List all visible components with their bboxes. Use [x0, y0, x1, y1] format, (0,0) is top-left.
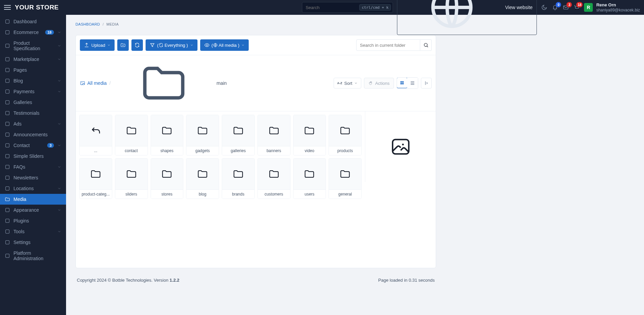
sidebar-item-settings[interactable]: Settings — [0, 237, 66, 248]
sidebar-item-contact[interactable]: Contact3 — [0, 140, 66, 151]
list-view-button[interactable] — [407, 78, 418, 89]
logo[interactable]: YOUR STORE — [15, 4, 59, 11]
sidebar-item-simple-sliders[interactable]: Simple Sliders — [0, 151, 66, 162]
folder-icon — [304, 168, 315, 180]
folder-item[interactable]: contact — [115, 115, 148, 155]
chevron-down-icon — [354, 81, 358, 85]
target-icon — [5, 121, 10, 127]
folder-item[interactable]: general — [329, 158, 362, 199]
sort-button[interactable]: A-Z Sort — [334, 78, 362, 89]
media-breadcrumb-current[interactable]: main — [113, 58, 226, 108]
folder-item[interactable]: banners — [257, 115, 290, 155]
grid-icon — [400, 80, 404, 85]
sidebar-item-ads[interactable]: Ads — [0, 118, 66, 129]
menu-toggle-icon[interactable] — [4, 4, 11, 11]
sidebar-item-blog[interactable]: Blog — [0, 75, 66, 86]
folder-item[interactable]: gadgets — [186, 115, 219, 155]
folder-item[interactable]: users — [293, 158, 326, 199]
folder-name: customers — [258, 189, 290, 199]
speaker-icon — [5, 132, 10, 137]
chevron-down-icon — [57, 208, 61, 212]
folder-plus-icon — [120, 42, 126, 48]
folder-back[interactable]: ... — [79, 115, 112, 155]
sidebar-item-locations[interactable]: Locations — [0, 183, 66, 194]
sidebar-item-ecommerce[interactable]: Ecommerce18 — [0, 27, 66, 38]
folder-item[interactable]: brands — [222, 158, 255, 199]
sidebar-item-plugins[interactable]: Plugins — [0, 215, 66, 226]
sidebar-item-payments[interactable]: Payments — [0, 86, 66, 97]
folder-item[interactable]: blog — [186, 158, 219, 199]
card-icon — [5, 89, 10, 94]
sidebar-item-product-specification[interactable]: Product Specification — [0, 38, 66, 54]
cart-icon[interactable]: 18 — [573, 4, 580, 11]
folder-item[interactable]: galleries — [222, 115, 255, 155]
sidebar-item-label: Appearance — [13, 207, 54, 213]
filter-icon — [150, 42, 155, 48]
actions-button: Actions — [364, 78, 394, 89]
breadcrumb-root[interactable]: DASHBOARD — [75, 22, 100, 26]
media-breadcrumb: All media / main — [80, 58, 227, 108]
folder-icon — [113, 58, 214, 108]
create-folder-button[interactable] — [117, 39, 129, 51]
home-icon — [5, 19, 10, 24]
folder-item[interactable]: product-categ... — [79, 158, 112, 199]
folder-item[interactable]: shapes — [151, 115, 184, 155]
sidebar-item-testimonials[interactable]: Testimonials — [0, 108, 66, 118]
user-icon — [5, 253, 10, 258]
folder-item[interactable]: customers — [257, 158, 290, 199]
sidebar-item-galleries[interactable]: Galleries — [0, 97, 66, 108]
sidebar-item-announcements[interactable]: Announcements — [0, 129, 66, 140]
sidebar-item-label: Announcements — [13, 132, 61, 137]
folder-item[interactable]: video — [293, 115, 326, 155]
gear-icon — [5, 240, 10, 245]
preview-panel — [365, 111, 436, 182]
page-footer: Copyright 2024 © Botble Technologies. Ve… — [75, 268, 436, 283]
refresh-button[interactable] — [131, 39, 143, 51]
sidebar-item-marketplace[interactable]: Marketplace — [0, 54, 66, 65]
folder-item[interactable]: sliders — [115, 158, 148, 199]
sidebar-item-label: Newsletters — [13, 175, 61, 180]
sidebar-item-newsletters[interactable]: Newsletters — [0, 172, 66, 183]
chevron-down-icon — [57, 186, 61, 190]
user-menu[interactable]: R Rene Orn shaniya89@kovacek.biz — [584, 2, 640, 12]
media-search-button[interactable] — [420, 39, 432, 51]
upload-icon — [84, 42, 89, 48]
panel-collapse-button[interactable] — [421, 78, 432, 89]
chevron-down-icon — [107, 43, 111, 47]
sidebar-item-appearance[interactable]: Appearance — [0, 205, 66, 215]
sidebar-item-label: Blog — [13, 78, 54, 83]
folder-icon — [268, 125, 280, 136]
news-icon — [5, 175, 10, 180]
sidebar-item-media[interactable]: Media — [0, 194, 66, 205]
chevron-down-icon — [57, 143, 61, 147]
folder-name: sliders — [115, 189, 148, 199]
copyright: Copyright 2024 © Botble Technologies. Ve… — [77, 278, 179, 283]
sidebar-item-tools[interactable]: Tools — [0, 226, 66, 237]
doc-icon — [5, 78, 10, 83]
media-search-input[interactable] — [356, 39, 420, 51]
folder-item[interactable]: products — [329, 115, 362, 155]
sidebar-badge: 3 — [47, 143, 54, 148]
folder-name: general — [329, 189, 361, 199]
upload-button[interactable]: Upload — [80, 39, 115, 51]
folder-name: gadgets — [186, 146, 219, 155]
media-breadcrumb-root[interactable]: All media — [80, 80, 107, 86]
folder-icon — [233, 125, 244, 136]
camera-icon — [5, 100, 10, 105]
folder-item[interactable]: stores — [151, 158, 184, 199]
grid-view-button[interactable] — [397, 77, 407, 88]
sidebar-item-label: Product Specification — [13, 40, 54, 51]
sidebar-item-dashboard[interactable]: Dashboard — [0, 16, 66, 27]
sidebar-item-faqs[interactable]: FAQs — [0, 162, 66, 172]
list-icon — [410, 80, 415, 86]
sidebar-item-platform-administration[interactable]: Platform Administration — [0, 248, 66, 264]
sidebar-item-pages[interactable]: Pages — [0, 65, 66, 75]
search-icon — [423, 42, 429, 48]
folder-name: brands — [222, 189, 254, 199]
avatar: R — [584, 3, 593, 12]
messages-icon[interactable]: 3 — [562, 4, 569, 11]
theme-toggle-icon[interactable] — [541, 4, 548, 11]
notifications-icon[interactable]: 0 — [552, 4, 558, 11]
filter-button[interactable]: ( Everything ) — [146, 39, 197, 51]
view-in-button[interactable]: ( All media ) — [200, 39, 249, 51]
